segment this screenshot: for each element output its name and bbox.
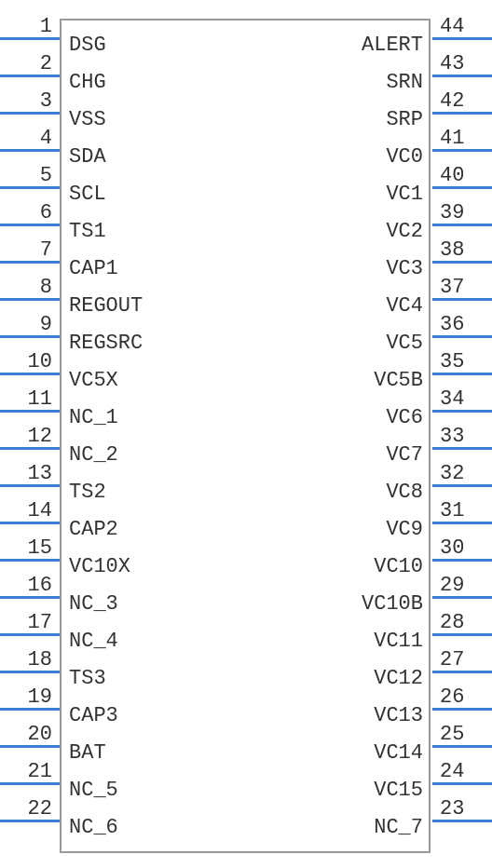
pin-number-right: 43 xyxy=(436,52,492,75)
pin-line-right xyxy=(432,820,492,822)
pin-line-right xyxy=(432,75,492,77)
pin-number-right: 30 xyxy=(436,536,492,560)
pin-line-left xyxy=(0,522,60,524)
pin-label-right: VC11 xyxy=(374,630,423,653)
pin-label-right: VC10 xyxy=(374,555,423,578)
pin-line-right xyxy=(432,447,492,450)
ic-pinout-diagram: 1DSG44ALERT2CHG43SRN3VSS42SRP4SDA41VC05S… xyxy=(0,0,492,868)
pin-number-left: 14 xyxy=(0,499,56,522)
pin-number-right: 23 xyxy=(436,797,492,821)
pin-row: 8REGOUT37VC4 xyxy=(0,281,492,319)
pin-line-left xyxy=(0,671,60,673)
pin-line-right xyxy=(432,782,492,785)
pin-label-right: NC_7 xyxy=(374,816,423,839)
pin-row: 6TS139VC2 xyxy=(0,207,492,244)
pin-line-left xyxy=(0,37,60,40)
pin-number-left: 22 xyxy=(0,797,56,821)
pin-number-left: 15 xyxy=(0,536,56,560)
pin-line-left xyxy=(0,373,60,375)
pin-number-right: 41 xyxy=(436,127,492,150)
pin-number-right: 29 xyxy=(436,574,492,597)
pin-number-left: 7 xyxy=(0,238,56,262)
pin-label-right: VC4 xyxy=(386,294,423,318)
pin-label-left: DSG xyxy=(69,34,106,57)
pin-line-right xyxy=(432,37,492,40)
pin-line-left xyxy=(0,261,60,264)
pin-line-right xyxy=(432,671,492,673)
pin-number-right: 26 xyxy=(436,685,492,709)
pin-row: 9REGSRC36VC5 xyxy=(0,319,492,356)
pin-line-left xyxy=(0,820,60,822)
pin-number-left: 17 xyxy=(0,611,56,634)
pin-label-right: VC2 xyxy=(386,220,423,243)
pin-number-right: 35 xyxy=(436,350,492,373)
pin-label-left: NC_1 xyxy=(69,406,118,429)
pin-row: 16NC_329VC10B xyxy=(0,579,492,617)
pin-label-right: VC8 xyxy=(386,481,423,504)
pin-number-right: 34 xyxy=(436,387,492,411)
pin-number-right: 33 xyxy=(436,425,492,448)
pin-line-left xyxy=(0,484,60,487)
pin-line-right xyxy=(432,335,492,338)
pin-row: 22NC_623NC_7 xyxy=(0,803,492,840)
pin-row: 4SDA41VC0 xyxy=(0,132,492,170)
pin-line-left xyxy=(0,75,60,77)
pin-number-right: 38 xyxy=(436,238,492,262)
pin-number-right: 25 xyxy=(436,723,492,746)
pin-number-right: 36 xyxy=(436,313,492,336)
pin-number-right: 31 xyxy=(436,499,492,522)
pin-label-left: TS3 xyxy=(69,667,106,690)
pin-line-right xyxy=(432,522,492,524)
pin-label-left: NC_3 xyxy=(69,592,118,616)
pin-label-right: VC5B xyxy=(374,369,423,392)
pin-label-left: CAP2 xyxy=(69,518,118,541)
pin-number-right: 28 xyxy=(436,611,492,634)
pin-line-right xyxy=(432,149,492,152)
pin-line-right xyxy=(432,745,492,748)
pin-label-right: ALERT xyxy=(362,34,423,57)
pin-line-left xyxy=(0,149,60,152)
pin-line-right xyxy=(432,410,492,413)
pin-line-right xyxy=(432,559,492,562)
pin-label-right: VC1 xyxy=(386,183,423,206)
pin-number-left: 13 xyxy=(0,462,56,485)
pin-number-left: 8 xyxy=(0,276,56,299)
pin-label-right: VC14 xyxy=(374,741,423,765)
pin-line-left xyxy=(0,596,60,599)
pin-label-left: VC10X xyxy=(69,555,130,578)
pin-row: 7CAP138VC3 xyxy=(0,244,492,281)
pin-number-left: 20 xyxy=(0,723,56,746)
pin-label-right: VC3 xyxy=(386,257,423,280)
pin-line-left xyxy=(0,782,60,785)
pin-row: 19CAP326VC13 xyxy=(0,691,492,728)
pin-number-right: 39 xyxy=(436,201,492,224)
pin-row: 2CHG43SRN xyxy=(0,58,492,95)
pin-row: 1DSG44ALERT xyxy=(0,20,492,58)
pin-number-left: 21 xyxy=(0,760,56,783)
pin-line-right xyxy=(432,596,492,599)
pin-row: 14CAP231VC9 xyxy=(0,505,492,542)
pin-line-left xyxy=(0,186,60,189)
pin-number-left: 1 xyxy=(0,15,56,38)
pin-label-left: SCL xyxy=(69,183,106,206)
pin-label-left: SDA xyxy=(69,145,106,169)
pin-line-right xyxy=(432,261,492,264)
pin-line-right xyxy=(432,633,492,636)
pin-label-left: REGOUT xyxy=(69,294,143,318)
pin-row: 13TS232VC8 xyxy=(0,468,492,505)
pin-label-left: TS2 xyxy=(69,481,106,504)
pin-label-right: VC15 xyxy=(374,779,423,802)
pin-label-left: CAP1 xyxy=(69,257,118,280)
pin-label-right: SRN xyxy=(386,71,423,94)
pin-row: 10VC5X35VC5B xyxy=(0,356,492,393)
pin-line-left xyxy=(0,224,60,226)
pin-label-left: NC_5 xyxy=(69,779,118,802)
pin-label-left: NC_2 xyxy=(69,443,118,467)
pin-line-left xyxy=(0,633,60,636)
pin-line-right xyxy=(432,708,492,711)
pin-number-right: 44 xyxy=(436,15,492,38)
pin-number-right: 42 xyxy=(436,89,492,113)
pin-label-left: NC_4 xyxy=(69,630,118,653)
pin-line-left xyxy=(0,447,60,450)
pin-row: 12NC_233VC7 xyxy=(0,430,492,468)
